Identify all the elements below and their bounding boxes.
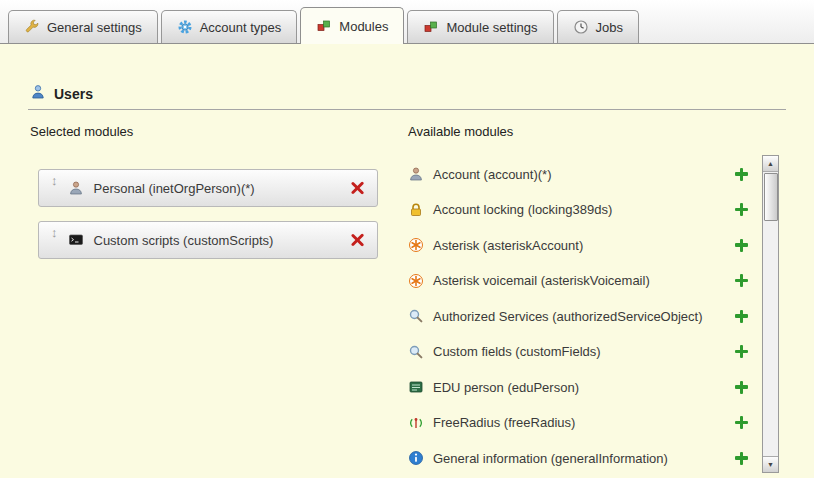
module-label: General information (generalInformation) — [433, 451, 726, 466]
users-icon — [30, 84, 46, 103]
edu-board-icon — [408, 379, 424, 395]
drag-handle-icon[interactable]: ↕ — [51, 174, 58, 187]
add-module-icon[interactable] — [735, 310, 748, 323]
tab-label: General settings — [47, 20, 142, 35]
tab-label: Jobs — [596, 20, 623, 35]
add-module-icon[interactable] — [735, 168, 748, 181]
tab-general-settings[interactable]: General settings — [8, 10, 158, 43]
remove-module-icon[interactable] — [350, 233, 365, 248]
available-module-row: EDU person (eduPerson) — [408, 372, 758, 402]
tab-bar: General settings Account types Modules M… — [0, 0, 814, 44]
available-module-row: Account locking (locking389ds) — [408, 195, 758, 225]
module-blocks-icon — [423, 19, 439, 35]
antenna-icon — [408, 415, 424, 431]
modules-icon — [316, 18, 332, 34]
tab-label: Module settings — [446, 20, 537, 35]
terminal-icon — [68, 232, 84, 248]
add-module-icon[interactable] — [735, 381, 748, 394]
section-title: Users — [54, 86, 93, 102]
scrollbar-thumb[interactable] — [764, 173, 778, 221]
tab-label: Account types — [200, 20, 282, 35]
tab-jobs[interactable]: Jobs — [557, 10, 639, 43]
module-label: Custom fields (customFields) — [433, 344, 726, 359]
add-module-icon[interactable] — [735, 203, 748, 216]
tab-label: Modules — [339, 19, 388, 34]
module-label: Personal (inetOrgPerson)(*) — [94, 181, 341, 196]
add-module-icon[interactable] — [735, 239, 748, 252]
selected-modules-header: Selected modules — [30, 124, 382, 139]
remove-module-icon[interactable] — [350, 181, 365, 196]
add-module-icon[interactable] — [735, 345, 748, 358]
available-module-row: General information (generalInformation) — [408, 443, 758, 473]
available-modules-scrollbar[interactable]: ▲ ▼ — [762, 155, 779, 473]
module-label: Account (account)(*) — [433, 167, 726, 182]
info-icon — [408, 450, 424, 466]
module-label: Account locking (locking389ds) — [433, 202, 726, 217]
selected-module-row[interactable]: ↕ Personal (inetOrgPerson)(*) — [38, 169, 378, 207]
scroll-down-button[interactable]: ▼ — [763, 456, 778, 472]
add-module-icon[interactable] — [735, 452, 748, 465]
available-module-row: Custom fields (customFields) — [408, 337, 758, 367]
module-label: EDU person (eduPerson) — [433, 380, 726, 395]
section-header-users: Users — [30, 84, 814, 103]
selected-module-row[interactable]: ↕ Custom scripts (customScripts) — [38, 221, 378, 259]
module-label: Custom scripts (customScripts) — [94, 233, 341, 248]
modules-panel: Users Selected modules ↕ Personal (inetO… — [0, 44, 814, 478]
drag-handle-icon[interactable]: ↕ — [51, 226, 58, 239]
person-icon — [68, 180, 84, 196]
gear-icon — [177, 19, 193, 35]
tab-account-types[interactable]: Account types — [161, 10, 298, 43]
add-module-icon[interactable] — [735, 274, 748, 287]
module-label: Authorized Services (authorizedServiceOb… — [433, 309, 726, 324]
magnifier-icon — [408, 308, 424, 324]
asterisk-icon — [408, 273, 424, 289]
available-module-row: Authorized Services (authorizedServiceOb… — [408, 301, 758, 331]
wrench-icon — [24, 19, 40, 35]
available-module-row: Asterisk voicemail (asteriskVoicemail) — [408, 266, 758, 296]
module-label: Asterisk voicemail (asteriskVoicemail) — [433, 273, 726, 288]
scroll-up-button[interactable]: ▲ — [763, 156, 778, 172]
available-module-row: Asterisk (asteriskAccount) — [408, 230, 758, 260]
available-module-row: FreeRadius (freeRadius) — [408, 408, 758, 438]
add-module-icon[interactable] — [735, 416, 748, 429]
available-modules-list: Account (account)(*) Account locking (lo… — [408, 159, 758, 473]
magnifier-icon — [408, 344, 424, 360]
lock-icon — [408, 202, 424, 218]
asterisk-icon — [408, 237, 424, 253]
tab-module-settings[interactable]: Module settings — [407, 10, 553, 43]
available-modules-header: Available modules — [408, 124, 758, 139]
selected-modules-list: ↕ Personal (inetOrgPerson)(*) ↕ Custom s… — [30, 169, 382, 259]
module-label: Asterisk (asteriskAccount) — [433, 238, 726, 253]
module-label: FreeRadius (freeRadius) — [433, 415, 726, 430]
available-module-row: Account (account)(*) — [408, 159, 758, 189]
person-icon — [408, 166, 424, 182]
clock-icon — [573, 19, 589, 35]
tab-modules[interactable]: Modules — [300, 7, 404, 44]
